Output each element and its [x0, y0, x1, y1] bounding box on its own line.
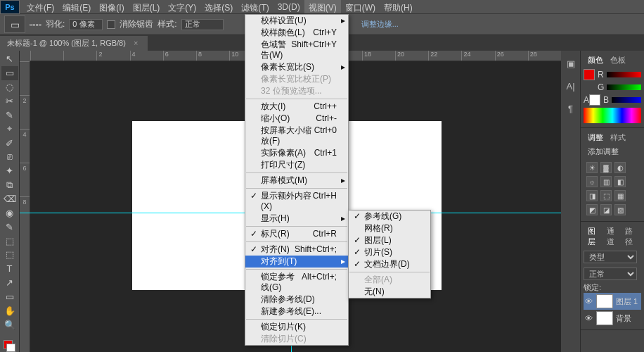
- tab-adjust[interactable]: 调整: [588, 132, 603, 143]
- layer-row[interactable]: 👁图层 1: [584, 293, 641, 310]
- tab-styles[interactable]: 样式: [610, 132, 626, 143]
- bg-color[interactable]: [6, 344, 15, 352]
- layer-thumb[interactable]: [596, 294, 613, 308]
- tool-5[interactable]: ⌖: [1, 122, 18, 136]
- close-icon[interactable]: ×: [134, 39, 138, 47]
- adj-icon[interactable]: ◨: [586, 190, 598, 201]
- tab-channels[interactable]: 通道: [607, 226, 619, 247]
- icon-group[interactable]: ▫▫▫▫: [30, 20, 41, 30]
- menu-item[interactable]: 打印尺寸(Z): [245, 159, 348, 171]
- g-slider[interactable]: [607, 84, 641, 90]
- tool-9[interactable]: ⧉: [1, 178, 18, 192]
- bg-swatch[interactable]: [589, 94, 600, 106]
- adj-icon[interactable]: ▥: [600, 176, 612, 187]
- layer-thumb[interactable]: [596, 311, 613, 325]
- adj-icon[interactable]: ◪: [600, 204, 612, 215]
- menu-8[interactable]: 视图(V): [304, 0, 341, 13]
- menu-item[interactable]: 显示(H)▸: [245, 213, 348, 225]
- b-slider[interactable]: [612, 97, 641, 103]
- refine-edge-link[interactable]: 调整边缘...: [361, 19, 399, 30]
- submenu-item[interactable]: ✓文档边界(D): [349, 258, 430, 270]
- submenu-item[interactable]: ✓参考线(G): [349, 210, 430, 222]
- menu-item[interactable]: 对齐到(T)▸: [245, 256, 348, 268]
- menu-item[interactable]: 锁定切片(K): [245, 321, 348, 333]
- menu-10[interactable]: 帮助(H): [380, 0, 417, 13]
- menu-item[interactable]: 像素长宽比(S)▸: [245, 61, 348, 73]
- menu-item[interactable]: 新建参考线(E)...: [245, 306, 348, 318]
- menu-2[interactable]: 图像(I): [95, 0, 128, 13]
- menu-4[interactable]: 文字(Y): [164, 0, 200, 13]
- menu-item[interactable]: ✓标尺(R)Ctrl+R: [245, 228, 348, 240]
- menu-3[interactable]: 图层(L): [129, 0, 165, 13]
- tool-14[interactable]: ⬚: [1, 248, 18, 262]
- ruler-vertical[interactable]: 2468: [20, 61, 30, 352]
- document-tab[interactable]: 未标题-1 @ 100% (图层 1, RGB/8) ×: [0, 36, 148, 51]
- adj-icon[interactable]: ◐: [614, 162, 626, 173]
- menu-item[interactable]: 校样颜色(L)Ctrl+Y: [245, 27, 348, 39]
- menu-item[interactable]: ✓显示额外内容(X)Ctrl+H: [245, 190, 348, 213]
- tool-11[interactable]: ◉: [1, 206, 18, 220]
- tool-6[interactable]: ✐: [1, 136, 18, 150]
- tool-12[interactable]: ✎: [1, 220, 18, 234]
- menu-item[interactable]: 校样设置(U)▸: [245, 15, 348, 27]
- tool-2[interactable]: ◌: [1, 80, 18, 94]
- tool-4[interactable]: ✎: [1, 108, 18, 122]
- visibility-icon[interactable]: 👁: [584, 314, 593, 322]
- current-tool-icon[interactable]: ▭: [4, 15, 25, 33]
- layer-kind-select[interactable]: 类型: [584, 251, 637, 263]
- blend-mode-select[interactable]: 正常: [584, 268, 637, 280]
- adj-icon[interactable]: ▧: [614, 204, 626, 215]
- menu-0[interactable]: 文件(F): [22, 0, 58, 13]
- menu-item[interactable]: 锁定参考线(G)Alt+Ctrl+;: [245, 271, 348, 294]
- menu-item[interactable]: 缩小(O)Ctrl+-: [245, 113, 348, 125]
- style-select[interactable]: [181, 19, 224, 30]
- adj-icon[interactable]: ⬚: [600, 190, 612, 201]
- tool-1[interactable]: ▭: [1, 66, 18, 80]
- adj-icon[interactable]: ◧: [614, 176, 626, 187]
- tool-15[interactable]: T: [1, 262, 18, 276]
- submenu-item[interactable]: 网格(R): [349, 222, 430, 234]
- color-spectrum[interactable]: [584, 108, 641, 123]
- r-slider[interactable]: [607, 72, 641, 77]
- tool-8[interactable]: ✦: [1, 164, 18, 178]
- submenu-item[interactable]: ✓切片(S): [349, 246, 430, 258]
- tab-color[interactable]: 颜色: [588, 55, 603, 65]
- menu-1[interactable]: 编辑(E): [58, 0, 95, 13]
- submenu-item[interactable]: ✓图层(L): [349, 234, 430, 246]
- menu-item[interactable]: ✓对齐(N)Shift+Ctrl+;: [245, 244, 348, 256]
- adj-icon[interactable]: ☼: [586, 176, 598, 187]
- tab-swatches[interactable]: 色板: [610, 55, 626, 65]
- layer-row[interactable]: 👁背景: [584, 310, 641, 327]
- tool-17[interactable]: ▭: [1, 290, 18, 304]
- feather-input[interactable]: [69, 19, 103, 30]
- menu-item[interactable]: 清除参考线(D): [245, 294, 348, 306]
- menu-9[interactable]: 窗口(W): [341, 0, 380, 13]
- tab-layers[interactable]: 图层: [588, 226, 600, 247]
- tool-18[interactable]: ✋: [1, 303, 18, 318]
- antialias-checkbox[interactable]: [107, 20, 115, 29]
- tool-0[interactable]: ↖: [1, 52, 18, 66]
- tool-10[interactable]: ⌫: [1, 192, 18, 206]
- menu-6[interactable]: 滤镜(T): [237, 0, 273, 13]
- adj-icon[interactable]: ▓: [600, 162, 612, 173]
- adj-icon[interactable]: ☀: [586, 162, 598, 173]
- adj-icon[interactable]: ▦: [614, 190, 626, 201]
- menu-5[interactable]: 选择(S): [200, 0, 237, 13]
- visibility-icon[interactable]: 👁: [584, 297, 593, 306]
- menu-item[interactable]: 放大(I)Ctrl++: [245, 101, 348, 113]
- menu-item[interactable]: 按屏幕大小缩放(F)Ctrl+0: [245, 125, 348, 147]
- tool-19[interactable]: 🔍: [1, 318, 18, 332]
- tool-3[interactable]: ✂: [1, 94, 18, 108]
- char-icon[interactable]: A|: [564, 79, 578, 93]
- tool-7[interactable]: ⎚: [1, 150, 18, 164]
- history-icon[interactable]: ▣: [564, 56, 578, 70]
- tool-13[interactable]: ⬚: [1, 234, 18, 248]
- tab-paths[interactable]: 路径: [625, 226, 637, 247]
- menu-item[interactable]: 实际像素(A)Ctrl+1: [245, 147, 348, 159]
- submenu-item[interactable]: 无(N): [349, 286, 430, 298]
- menu-7[interactable]: 3D(D): [273, 0, 304, 13]
- menu-item[interactable]: 屏幕模式(M)▸: [245, 175, 348, 187]
- para-icon[interactable]: ¶: [564, 101, 578, 115]
- menu-item[interactable]: 色域警告(W)Shift+Ctrl+Y: [245, 39, 348, 61]
- adj-icon[interactable]: ◩: [586, 204, 598, 215]
